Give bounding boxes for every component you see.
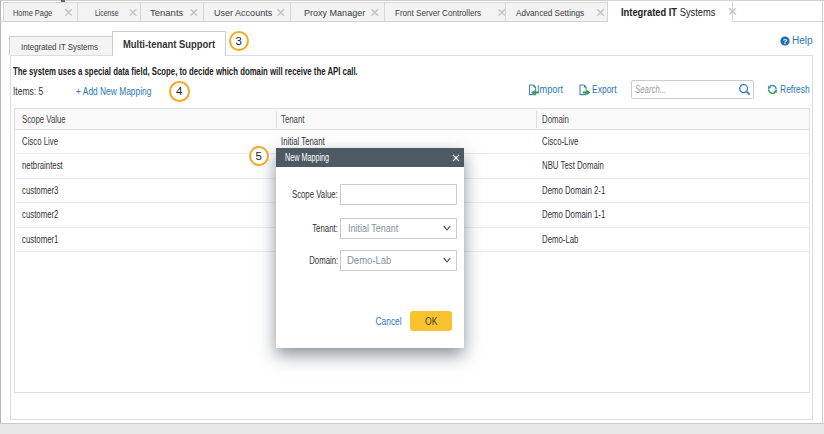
- svg-text:?: ?: [783, 37, 788, 46]
